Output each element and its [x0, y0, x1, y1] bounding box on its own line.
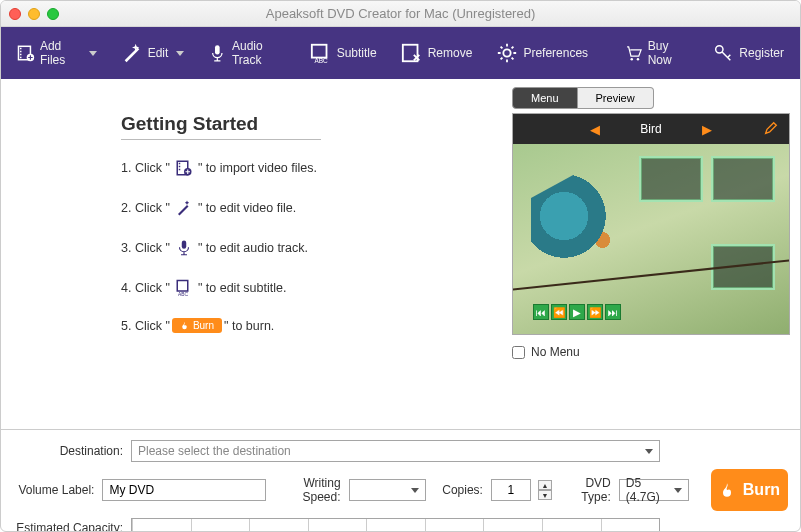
- step-text: " to import video files.: [198, 161, 317, 175]
- flame-icon: [180, 321, 189, 330]
- writing-speed-label: Writing Speed:: [282, 476, 340, 504]
- dvd-type-label: DVD Type:: [568, 476, 611, 504]
- play-icon[interactable]: ▶: [569, 304, 585, 320]
- burn-mini-label: Burn: [193, 320, 214, 331]
- subtitle-icon: ABC: [172, 278, 196, 298]
- menu-nav-bar: ◀ Bird ▶: [513, 114, 789, 144]
- dropdown-icon: [89, 51, 97, 56]
- svg-text:ABC: ABC: [314, 57, 328, 64]
- forward-icon[interactable]: ⏩: [587, 304, 603, 320]
- step-text: " to edit video file.: [198, 201, 296, 215]
- step-text: 2. Click ": [121, 201, 170, 215]
- edit-label: Edit: [148, 46, 169, 60]
- copies-stepper: ▲ ▼: [538, 480, 552, 500]
- chevron-down-icon: [674, 488, 682, 493]
- microphone-icon: [172, 238, 196, 258]
- filmstrip-remove-icon: [401, 42, 423, 64]
- preview-panel: Menu Preview ◀ Bird ▶ ⏮ ⏪ ▶ ⏩: [512, 79, 800, 429]
- step-5: 5. Click " Burn " to burn.: [121, 318, 492, 333]
- step-text: " to edit audio track.: [198, 241, 308, 255]
- burn-label: Burn: [743, 481, 780, 499]
- no-menu-label: No Menu: [531, 345, 580, 359]
- svg-rect-19: [182, 241, 187, 249]
- step-text: 5. Click ": [121, 319, 170, 333]
- volume-label-input[interactable]: [102, 479, 266, 501]
- svg-point-12: [637, 58, 639, 60]
- add-files-label: Add Files: [40, 39, 81, 67]
- svg-rect-1: [20, 48, 21, 49]
- remove-label: Remove: [428, 46, 473, 60]
- gear-icon: [496, 42, 518, 64]
- chevron-down-icon: [645, 449, 653, 454]
- destination-select[interactable]: Please select the destination: [131, 440, 660, 462]
- edit-button[interactable]: Edit: [115, 38, 191, 68]
- window-title: Apeaksoft DVD Creator for Mac (Unregiste…: [1, 6, 800, 21]
- svg-text:ABC: ABC: [178, 292, 188, 297]
- buy-now-button[interactable]: Buy Now: [618, 35, 694, 71]
- capacity-label: Estimated Capacity:: [13, 521, 123, 532]
- writing-speed-select[interactable]: [349, 479, 427, 501]
- preview-tabs: Menu Preview: [512, 87, 790, 109]
- dvd-type-select[interactable]: D5 (4.7G): [619, 479, 689, 501]
- audio-track-label: Audio Track: [232, 39, 286, 67]
- step-2: 2. Click " " to edit video file.: [121, 198, 492, 218]
- step-text: 4. Click ": [121, 281, 170, 295]
- skip-fwd-icon[interactable]: ⏭: [605, 304, 621, 320]
- audio-track-button[interactable]: Audio Track: [202, 35, 291, 71]
- svg-rect-6: [215, 45, 220, 54]
- getting-started-panel: Getting Started 1. Click " " to import v…: [1, 79, 512, 429]
- no-menu-checkbox[interactable]: [512, 346, 525, 359]
- skip-back-icon[interactable]: ⏮: [533, 304, 549, 320]
- svg-rect-4: [20, 57, 21, 58]
- flame-icon: [719, 482, 735, 498]
- copies-input[interactable]: [491, 479, 531, 501]
- remove-button[interactable]: Remove: [395, 38, 479, 68]
- getting-started-heading: Getting Started: [121, 113, 492, 135]
- svg-point-10: [504, 49, 511, 56]
- step-4: 4. Click " ABC " to edit subtitle.: [121, 278, 492, 298]
- add-files-button[interactable]: Add Files: [11, 35, 103, 71]
- preferences-button[interactable]: Preferences: [490, 38, 594, 68]
- tab-preview[interactable]: Preview: [578, 87, 654, 109]
- magic-wand-icon: [172, 198, 196, 218]
- menu-thumbnail[interactable]: ⏮ ⏪ ▶ ⏩ ⏭: [513, 144, 789, 334]
- no-menu-checkbox-row[interactable]: No Menu: [512, 345, 790, 359]
- filmstrip-plus-icon: [17, 42, 35, 64]
- subtitle-button[interactable]: ABC Subtitle: [304, 38, 383, 68]
- burn-button[interactable]: Burn: [711, 469, 788, 511]
- subtitle-label: Subtitle: [337, 46, 377, 60]
- toolbar: Add Files Edit Audio Track ABC Subtitle …: [1, 27, 800, 79]
- menu-edit-button[interactable]: [763, 120, 779, 139]
- step-1: 1. Click " " to import video files.: [121, 158, 492, 178]
- copies-down-button[interactable]: ▼: [538, 490, 552, 500]
- buy-now-label: Buy Now: [648, 39, 689, 67]
- svg-point-13: [716, 46, 723, 53]
- burn-mini-badge: Burn: [172, 318, 222, 333]
- svg-rect-2: [20, 51, 21, 52]
- dropdown-icon: [176, 51, 184, 56]
- copies-label: Copies:: [442, 483, 483, 497]
- menu-prev-button[interactable]: ◀: [590, 122, 600, 137]
- step-3: 3. Click " " to edit audio track.: [121, 238, 492, 258]
- pencil-icon: [763, 120, 779, 136]
- step-text: 1. Click ": [121, 161, 170, 175]
- main-area: Getting Started 1. Click " " to import v…: [1, 79, 800, 429]
- microphone-icon: [208, 42, 227, 64]
- destination-placeholder: Please select the destination: [138, 444, 291, 458]
- menu-frame-2: [711, 156, 775, 202]
- playback-controls: ⏮ ⏪ ▶ ⏩ ⏭: [533, 304, 621, 320]
- copies-up-button[interactable]: ▲: [538, 480, 552, 490]
- rewind-icon[interactable]: ⏪: [551, 304, 567, 320]
- register-label: Register: [739, 46, 784, 60]
- svg-point-11: [631, 58, 633, 60]
- dvd-type-value: D5 (4.7G): [626, 476, 674, 504]
- bottom-form: Destination: Please select the destinati…: [1, 429, 800, 532]
- svg-rect-3: [20, 54, 21, 55]
- menu-frame-3: [711, 244, 775, 290]
- divider: [121, 139, 321, 140]
- svg-rect-16: [179, 166, 181, 168]
- menu-next-button[interactable]: ▶: [702, 122, 712, 137]
- tab-menu[interactable]: Menu: [512, 87, 578, 109]
- step-text: " to edit subtitle.: [198, 281, 287, 295]
- register-button[interactable]: Register: [706, 38, 790, 68]
